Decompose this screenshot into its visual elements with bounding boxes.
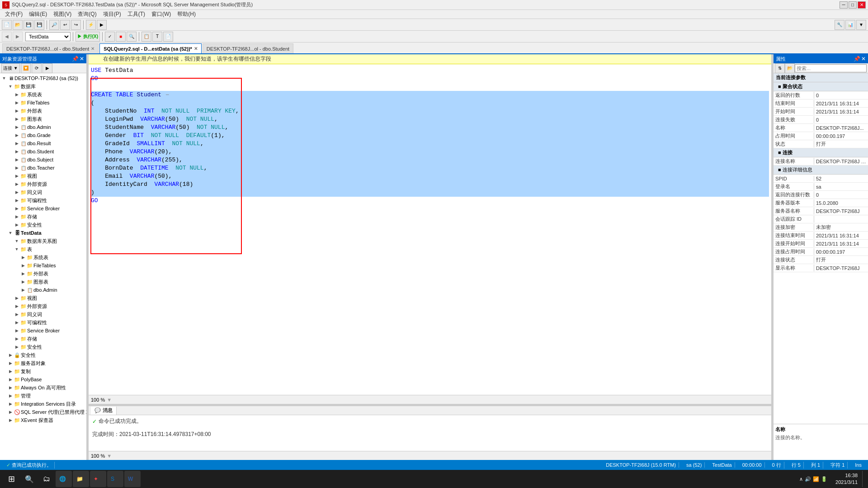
tab-2[interactable]: DESKTOP-TF2I68J...ol - dbo.Student (203, 43, 293, 53)
expand-sec1[interactable]: ▶ (14, 222, 20, 228)
tree-dbo-student[interactable]: ▶ 📋 dbo.Student (1, 147, 85, 156)
oe-new-btn[interactable]: ▶ (42, 63, 52, 73)
expand-sys[interactable]: ▶ (14, 91, 20, 98)
taskbar-ssms[interactable]: S (107, 471, 123, 487)
oe-pin-icon[interactable]: 📌 (72, 56, 79, 62)
tray-battery[interactable]: 🔋 (821, 476, 827, 482)
expand-sys2[interactable]: ▶ (20, 254, 26, 261)
expand-mgmt[interactable]: ▶ (7, 393, 14, 399)
tree-serverobj[interactable]: ▶ 📁 服务器对象 (1, 359, 85, 367)
expand-ft[interactable]: ▶ (14, 99, 20, 106)
tree-ext-res[interactable]: ▶ 📁 外部资源 (1, 180, 85, 188)
expand-admin2[interactable]: ▶ (20, 287, 26, 293)
expand-poly[interactable]: ▶ (7, 376, 14, 383)
menu-query[interactable]: 查询(Q) (75, 9, 99, 19)
menu-tools[interactable]: 工具(T) (125, 9, 148, 19)
tree-storage[interactable]: ▶ 📁 存储 (1, 213, 85, 221)
tree-admin2[interactable]: ▶ 📋 dbo.Admin (1, 286, 85, 294)
menu-edit[interactable]: 编辑(E) (26, 9, 50, 19)
tree-prog2[interactable]: ▶ 📁 可编程性 (1, 318, 85, 327)
expand-extres2[interactable]: ▶ (14, 303, 20, 309)
redo-btn[interactable]: ↪ (71, 20, 81, 30)
tree-dbdiag[interactable]: ▼ 📁 数据库关系图 (1, 237, 85, 245)
undo-btn[interactable]: ↩ (60, 20, 70, 30)
expand-teacher[interactable]: ▶ (14, 165, 20, 171)
misc3[interactable]: 🔧 (835, 20, 844, 30)
start-button[interactable]: ⊞ (2, 471, 20, 487)
expand-always[interactable]: ▶ (7, 384, 14, 391)
misc4[interactable]: 📊 (845, 20, 855, 30)
tree-svcbroker[interactable]: ▶ 📁 Service Broker (1, 204, 85, 213)
database-dropdown[interactable]: TestData (25, 32, 71, 41)
tree-dbo-subject[interactable]: ▶ 📋 dbo.Subject (1, 156, 85, 164)
tree-testdata[interactable]: ▼ 🗄 TestData (1, 229, 85, 237)
tree-prog[interactable]: ▶ 📁 可编程性 (1, 196, 85, 204)
tree-ext2[interactable]: ▶ 📁 外部表 (1, 270, 85, 278)
new-query2-btn[interactable]: 🔎 (49, 20, 59, 30)
save-all-btn[interactable]: 💾 (34, 20, 44, 30)
misc5[interactable]: ▼ (856, 20, 866, 30)
taskview-btn[interactable]: 🗂 (38, 471, 55, 487)
expand-agent[interactable]: ▶ (7, 409, 14, 415)
expand-syn2[interactable]: ▶ (14, 311, 20, 317)
tree-syn2[interactable]: ▶ 📁 同义词 (1, 310, 85, 318)
expand-svc[interactable]: ▶ (14, 205, 20, 212)
expand-syn[interactable]: ▶ (14, 189, 20, 195)
expand-svc2[interactable]: ▶ (14, 327, 20, 334)
save-btn[interactable]: 💾 (24, 20, 33, 30)
expand-sec2[interactable]: ▶ (14, 344, 20, 350)
menu-window[interactable]: 窗口(W) (149, 9, 174, 19)
parse-btn[interactable]: ✓ (105, 32, 115, 42)
minimize-button[interactable]: ─ (840, 1, 848, 9)
show-desktop-btn[interactable] (862, 471, 866, 487)
tree-storage2[interactable]: ▶ 📁 存储 (1, 335, 85, 343)
misc1[interactable]: ⚡ (86, 20, 96, 30)
expand-extres[interactable]: ▶ (14, 181, 20, 187)
search-taskbar-btn[interactable]: 🔍 (21, 471, 38, 487)
misc2[interactable]: ▶ (97, 20, 107, 30)
taskbar-explorer[interactable]: 📁 (73, 471, 89, 487)
code-area[interactable]: USE TestData GO CREATE TABLE Student ─ (… (89, 64, 771, 395)
tray-speaker[interactable]: 🔊 (805, 476, 811, 482)
file-btn[interactable]: 📄 (163, 32, 173, 42)
tree-dbo-grade[interactable]: ▶ 📋 dbo.Grade (1, 131, 85, 139)
tree-alwayson[interactable]: ▶ 📁 Always On 高可用性 (1, 384, 85, 392)
expand-student[interactable]: ▶ (14, 148, 20, 155)
expand-xev[interactable]: ▶ (7, 417, 14, 423)
execute-btn[interactable]: ▶ 执行(X) (75, 32, 100, 42)
rp-search-input[interactable] (795, 64, 867, 72)
rp-close-icon[interactable]: ✕ (861, 56, 866, 62)
oe-filter-btn[interactable]: 🔽 (21, 63, 31, 73)
oe-refresh-btn[interactable]: ⟳ (32, 63, 42, 73)
tree-dbo-teacher[interactable]: ▶ 📋 dbo.Teacher (1, 164, 85, 172)
expand-testdata[interactable]: ▼ (7, 230, 14, 236)
tree-dbo-admin[interactable]: ▶ 📋 dbo.Admin (1, 123, 85, 131)
expand-ft2[interactable]: ▶ (20, 262, 26, 269)
expand-ext2[interactable]: ▶ (20, 270, 26, 277)
oe-close-icon[interactable]: ✕ (80, 56, 84, 62)
back-btn[interactable]: ◀ (2, 32, 12, 42)
expand-svrobj[interactable]: ▶ (7, 360, 14, 366)
expand-sec3[interactable]: ▶ (7, 352, 14, 358)
taskbar-idea[interactable]: ✦ (90, 471, 106, 487)
tree-synonym[interactable]: ▶ 📁 同义词 (1, 188, 85, 196)
expand-tables-td[interactable]: ▼ (14, 246, 20, 252)
maximize-button[interactable]: □ (849, 1, 857, 9)
cancel-btn[interactable]: ■ (116, 32, 126, 42)
tray-arrow[interactable]: ∧ (799, 476, 803, 482)
results-btn[interactable]: 📋 (142, 32, 151, 42)
fwd-btn[interactable]: ▶ (13, 32, 23, 42)
tab-0-close[interactable]: ✕ (91, 46, 94, 51)
tree-views[interactable]: ▶ 📁 视图 (1, 172, 85, 180)
tray-network[interactable]: 📶 (813, 476, 819, 482)
expand-admin[interactable]: ▶ (14, 124, 20, 130)
expand-prog2[interactable]: ▶ (14, 319, 20, 326)
taskbar-edge[interactable]: 🌐 (56, 471, 72, 487)
menu-view[interactable]: 视图(V) (51, 9, 74, 19)
tree-views2[interactable]: ▶ 📁 视图 (1, 294, 85, 302)
expand-views[interactable]: ▶ (14, 173, 20, 179)
expand-repl[interactable]: ▶ (7, 368, 14, 374)
new-query-btn[interactable]: 📄 (2, 20, 12, 30)
tree-sqlagent[interactable]: ▶ 🚫 SQL Server 代理(已禁用代理 X (1, 408, 85, 416)
expand-ext[interactable]: ▶ (14, 108, 20, 114)
